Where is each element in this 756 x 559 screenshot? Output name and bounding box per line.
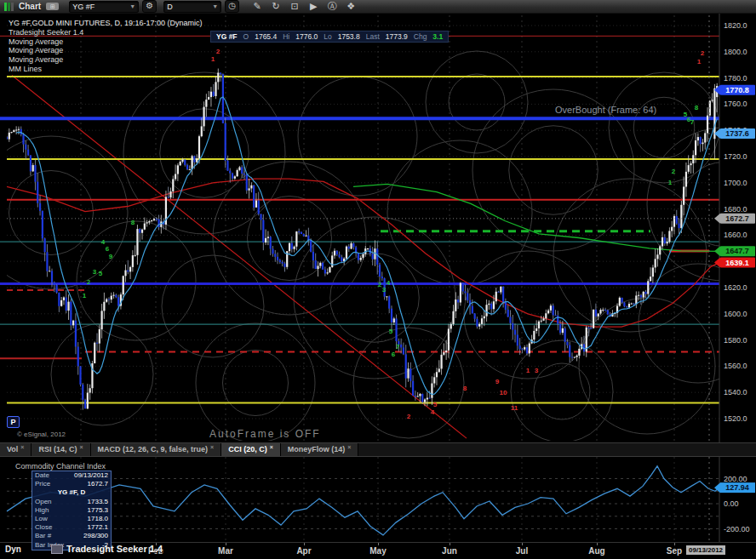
candle	[10, 132, 12, 133]
quote-last-value: 1773.9	[386, 32, 408, 41]
mm-circle	[609, 72, 719, 183]
chart-app-icon	[3, 2, 14, 12]
candle	[524, 347, 525, 349]
candle	[153, 219, 155, 220]
count-digit: 3	[382, 286, 387, 294]
moving-average-cyan	[16, 97, 717, 395]
candle	[232, 174, 233, 179]
study-tab-cci[interactable]: CCI (20, C)×	[221, 443, 281, 456]
month-label: May	[369, 546, 386, 556]
candle	[574, 357, 576, 358]
y-axis-tick-label: 1520.0	[724, 414, 747, 423]
count-digit: 4	[387, 279, 391, 287]
count-digit: 5	[99, 270, 103, 277]
candle	[156, 219, 158, 220]
count-digit: 3	[535, 367, 539, 374]
study-tooltip-title: Tradesight Seeker 1.4	[66, 544, 163, 554]
candle	[662, 237, 663, 247]
candle	[141, 230, 143, 233]
chart-window: 1520.01540.01560.01580.01600.01620.01640…	[0, 0, 756, 559]
study-tab-moneyflow[interactable]: MoneyFlow (14)×	[281, 443, 359, 456]
price-badge: 1639.1	[714, 258, 755, 268]
symbol-value: YG #F	[72, 3, 126, 11]
candle	[30, 155, 32, 171]
badge-text: 1672.7	[725, 214, 749, 223]
tab-close-icon[interactable]: ×	[270, 444, 273, 450]
count-digit: 9	[109, 253, 113, 260]
tab-close-icon[interactable]: ×	[347, 444, 351, 450]
candle	[566, 342, 568, 345]
data-window-label: Open	[35, 498, 52, 506]
candle	[656, 254, 658, 259]
y-axis-tick-label: 1700.0	[724, 179, 747, 187]
axis-tick	[378, 543, 379, 545]
study-tab-macd[interactable]: MACD (12, 26, C, 9, false, true)×	[91, 443, 222, 456]
chevron-down-icon[interactable]: ▼	[129, 3, 135, 9]
quote-high-label: Hi	[283, 32, 289, 41]
tab-close-icon[interactable]: ×	[79, 444, 83, 450]
mm-circle	[123, 72, 285, 234]
mm-circle	[77, 221, 196, 340]
quote-low-label: Lo	[324, 32, 331, 41]
axis-tick	[597, 543, 598, 545]
study-tab-vol[interactable]: Vol×	[0, 443, 32, 456]
main-chart[interactable]: 1520.01540.01560.01580.01600.01620.01640…	[0, 0, 756, 442]
study-tooltip: Tradesight Seeker 1.4	[51, 544, 163, 554]
candle	[688, 165, 690, 172]
tab-close-icon[interactable]: ×	[20, 444, 24, 450]
mm-circle	[464, 251, 592, 379]
quote-open-value: 1765.4	[255, 32, 277, 41]
candle	[576, 356, 578, 357]
cci-axis-label: -200.00	[724, 525, 750, 533]
candle	[593, 310, 594, 328]
quote-monitor-icon[interactable]: ⊡	[287, 1, 302, 12]
candle	[265, 238, 266, 242]
candle	[144, 224, 146, 230]
data-window-label: Close	[35, 523, 52, 532]
candle	[419, 394, 421, 396]
candle	[640, 295, 642, 298]
month-label: Aug	[588, 546, 604, 556]
data-window[interactable]: Date09/13/2012Price1672.7YG #F, DOpen173…	[32, 471, 112, 550]
candle	[234, 176, 236, 178]
candle	[67, 302, 69, 311]
count-digit: 1	[526, 367, 530, 374]
interval-combobox[interactable]: D ▼	[163, 1, 221, 13]
refresh-icon[interactable]: ↻	[268, 1, 284, 12]
candle	[246, 175, 248, 191]
cci-axis-label: 200.00	[724, 475, 747, 483]
badge-text: 1737.6	[725, 129, 749, 138]
badge-arrow	[714, 214, 720, 224]
candle	[713, 88, 715, 139]
symbol-combobox[interactable]: YG #F ▼	[69, 1, 139, 13]
candle	[136, 229, 138, 255]
candle	[650, 277, 651, 281]
candle	[599, 310, 601, 313]
draw-pencil-icon[interactable]: ✎	[249, 1, 265, 12]
candle	[336, 251, 338, 254]
quote-bar: YG #F O 1765.4 Hi 1776.0 Lo 1753.8 Last …	[210, 31, 449, 43]
pointer-mode-button[interactable]: P	[7, 416, 20, 428]
y-axis-tick-label: 1540.0	[724, 388, 747, 396]
study-tab-rsi[interactable]: RSI (14, C)×	[32, 443, 90, 456]
link-tool-icon[interactable]: ❖	[343, 1, 358, 12]
candle	[267, 237, 269, 237]
symbol-settings-gear-icon[interactable]: ⚙	[142, 0, 157, 13]
candle	[647, 281, 649, 294]
cci-pane[interactable]: 200.000.00-200.00127.94Commodity Channel…	[0, 457, 756, 542]
autoframe-status: AutoFrame is OFF	[209, 428, 321, 440]
interval-clock-icon[interactable]: ◷	[225, 0, 239, 13]
candle	[379, 265, 381, 277]
mm-circle	[426, 51, 528, 153]
auto-analysis-icon[interactable]: Ⓐ	[324, 1, 340, 12]
axis-tick	[226, 543, 226, 545]
chevron-down-icon[interactable]: ▼	[212, 3, 218, 9]
data-window-label: Bar #	[35, 532, 51, 540]
candle	[448, 328, 450, 350]
tab-close-icon[interactable]: ×	[210, 444, 214, 450]
candle	[258, 201, 260, 214]
play-icon[interactable]: ▶	[306, 1, 321, 12]
candle	[111, 296, 112, 299]
candle	[429, 398, 431, 399]
candle	[303, 234, 305, 237]
